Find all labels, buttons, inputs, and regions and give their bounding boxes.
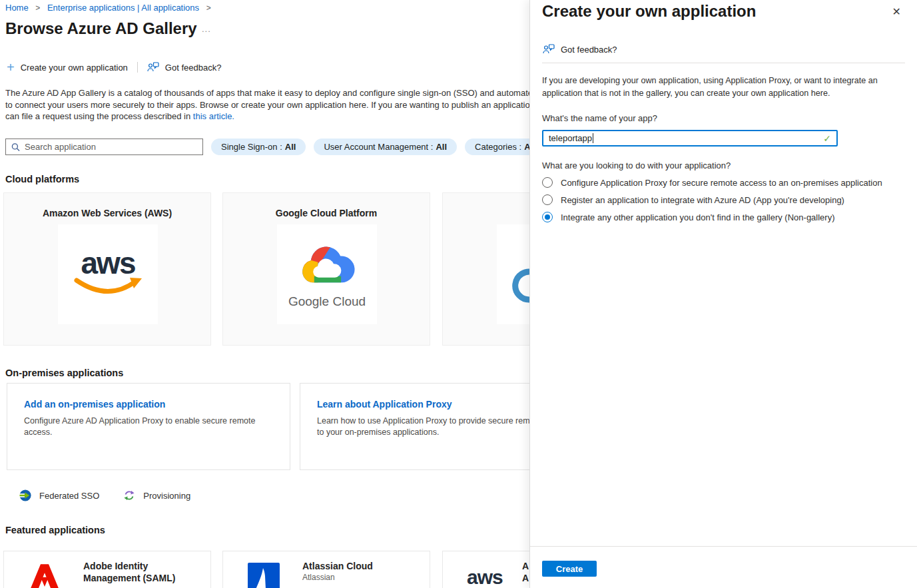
panel-got-feedback-button[interactable]: Got feedback?: [543, 44, 617, 55]
feedback-person-icon: [543, 44, 555, 55]
feedback-person-icon: [147, 62, 159, 73]
add-on-premises-application-card[interactable]: Add an on-premises application Configure…: [7, 383, 290, 470]
panel-title: Create your own application: [542, 2, 756, 21]
cloud-card-aws[interactable]: Amazon Web Services (AWS) aws: [3, 192, 211, 346]
app-name-label: What's the name of your app?: [542, 113, 657, 123]
page-title: Browse Azure AD Gallery: [5, 19, 197, 38]
page-title-more-icon[interactable]: ...: [202, 24, 211, 34]
gallery-description: The Azure AD App Gallery is a catalog of…: [5, 87, 529, 123]
close-icon[interactable]: ✕: [892, 5, 901, 18]
this-article-link[interactable]: this article.: [193, 111, 234, 121]
option-register-application[interactable]: Register an application to integrate wit…: [542, 194, 844, 205]
create-your-own-application-panel: Create your own application ✕ Got feedba…: [529, 0, 917, 588]
option-configure-application-proxy[interactable]: Configure Application Proxy for secure r…: [542, 177, 882, 188]
text-caret: [593, 133, 593, 143]
valid-check-icon: ✓: [823, 133, 831, 144]
atlassian-logo: [248, 563, 280, 588]
radio-unselected-icon[interactable]: [542, 177, 553, 188]
command-bar: + Create your own application Got feedba…: [7, 62, 221, 73]
search-icon: [11, 143, 20, 152]
cloud-platforms-heading: Cloud platforms: [5, 174, 79, 184]
google-cloud-logo: Google Cloud: [277, 224, 377, 324]
add-on-premises-application-link[interactable]: Add an on-premises application: [24, 399, 290, 410]
filter-bar: Single Sign-on :All User Account Managem…: [5, 139, 545, 155]
search-application-box[interactable]: [5, 139, 203, 155]
filter-single-sign-on[interactable]: Single Sign-on :All: [211, 139, 306, 155]
capability-legend: Federated SSO Provisioning: [19, 489, 190, 502]
panel-divider: [542, 63, 905, 63]
on-premises-heading: On-premises applications: [5, 368, 123, 378]
featured-applications-heading: Featured applications: [5, 525, 105, 535]
breadcrumb-chevron-icon: >: [35, 3, 40, 13]
radio-selected-icon[interactable]: [542, 212, 553, 222]
google-cloud-icon: [295, 240, 359, 290]
federated-sso-icon: [19, 489, 32, 502]
option-integrate-non-gallery[interactable]: Integrate any other application you don'…: [542, 212, 835, 222]
aws-smile-icon: [71, 276, 145, 299]
plus-icon: +: [7, 63, 15, 72]
app-name-value: teleportapp: [549, 133, 592, 143]
provisioning-icon: [123, 489, 136, 502]
search-application-input[interactable]: [25, 142, 197, 152]
aws-logo-small: aws: [467, 566, 503, 588]
breadcrumb-chevron-icon: >: [206, 3, 211, 13]
radio-unselected-icon[interactable]: [542, 194, 553, 205]
cloud-card-google-cloud[interactable]: Google Cloud Platform Google Cloud: [222, 192, 430, 346]
app-name-input[interactable]: teleportapp ✓: [542, 130, 838, 147]
panel-intro-text: If you are developing your own applicati…: [542, 75, 878, 100]
got-feedback-button[interactable]: Got feedback?: [147, 62, 222, 73]
adobe-logo: [29, 563, 61, 588]
toolbar-divider: [137, 62, 138, 73]
featured-card-adobe[interactable]: Adobe Identity Management (SAML): [3, 551, 211, 588]
filter-user-account-management[interactable]: User Account Management :All: [314, 139, 457, 155]
breadcrumb: Home > Enterprise applications | All app…: [5, 3, 216, 13]
aws-logo: aws: [58, 224, 158, 324]
featured-card-atlassian[interactable]: Atlassian Cloud Atlassian: [222, 551, 430, 588]
create-your-own-application-button[interactable]: + Create your own application: [7, 63, 128, 73]
create-button[interactable]: Create: [542, 561, 597, 577]
panel-footer: Create: [530, 546, 917, 588]
breadcrumb-home-link[interactable]: Home: [5, 3, 29, 13]
breadcrumb-enterprise-applications-link[interactable]: Enterprise applications | All applicatio…: [47, 3, 199, 13]
purpose-label: What are you looking to do with your app…: [542, 160, 731, 170]
